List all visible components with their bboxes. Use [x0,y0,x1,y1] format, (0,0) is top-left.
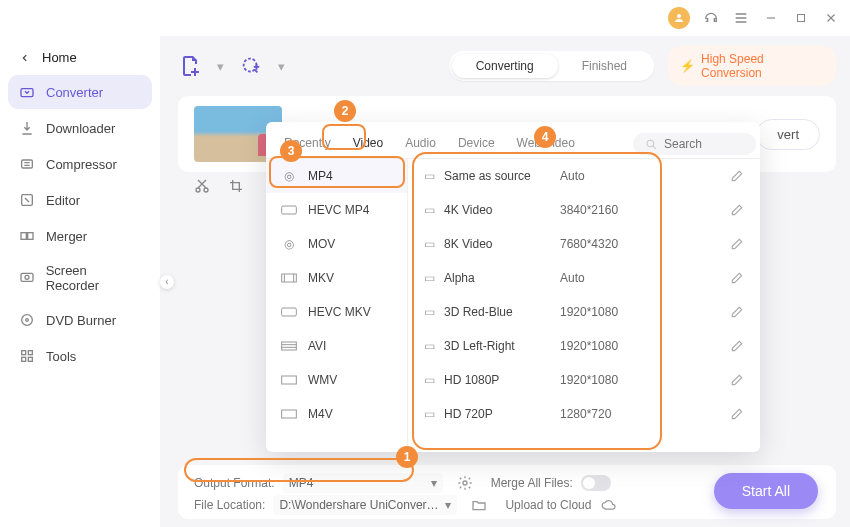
file-location-select[interactable]: D:\Wondershare UniConverter 1 ▾ [273,495,457,515]
sidebar-item-screenrecorder[interactable]: Screen Recorder [8,255,152,301]
format-list: ◎MP4 HEVC MP4 ◎MOV MKV HEVC MKV AVI WMV … [266,159,408,452]
edit-preset-icon[interactable] [730,373,744,387]
edit-preset-icon[interactable] [730,237,744,251]
add-file-button[interactable] [178,53,203,79]
preset-row[interactable]: ▭8K Video7680*4320 [408,227,760,261]
menu-icon[interactable] [732,9,750,27]
format-item-avi[interactable]: AVI [266,329,407,363]
format-label: M4V [308,407,333,421]
sidebar-item-compressor[interactable]: Compressor [8,147,152,181]
format-label: MKV [308,271,334,285]
preset-list: ▭Same as sourceAuto ▭4K Video3840*2160 ▭… [408,159,760,452]
file-location-value: D:\Wondershare UniConverter 1 [279,498,439,512]
sidebar-item-merger[interactable]: Merger [8,219,152,253]
settings-icon[interactable] [457,475,473,491]
crop-icon[interactable] [228,178,244,194]
format-item-mp4[interactable]: ◎MP4 [266,159,407,193]
preset-row[interactable]: ▭HD 720P1280*720 [408,397,760,431]
tab-video[interactable]: Video [349,130,387,158]
output-format-select[interactable]: MP4 ▾ [283,473,443,493]
svg-rect-14 [28,357,32,361]
sidebar-item-converter[interactable]: Converter [8,75,152,109]
format-item-mov[interactable]: ◎MOV [266,227,407,261]
search-input[interactable] [664,137,744,151]
user-avatar[interactable] [668,7,690,29]
trim-icon[interactable] [194,178,210,194]
folder-icon[interactable] [471,497,487,513]
format-search[interactable] [633,133,756,155]
edit-preset-icon[interactable] [730,407,744,421]
preset-row[interactable]: ▭3D Red-Blue1920*1080 [408,295,760,329]
svg-rect-12 [28,351,32,355]
video-icon: ▭ [424,203,444,217]
svg-point-19 [647,140,654,147]
film-icon [280,271,298,285]
format-item-wmv[interactable]: WMV [266,363,407,397]
svg-point-10 [26,319,29,322]
tab-converting[interactable]: Converting [452,54,558,78]
chevron-down-icon[interactable]: ▾ [217,59,224,74]
chevron-down-icon: ▾ [431,476,437,490]
tab-audio[interactable]: Audio [401,130,440,158]
high-speed-badge[interactable]: ⚡ High Speed Conversion [668,46,836,86]
back-home[interactable]: Home [8,42,152,73]
sidebar-item-label: Converter [46,85,103,100]
video-icon: ▭ [424,339,444,353]
convert-button[interactable]: vert [756,119,820,150]
format-label: HEVC MKV [308,305,371,319]
chevron-down-icon[interactable]: ▾ [278,59,285,74]
preset-res: Auto [560,271,730,285]
edit-preset-icon[interactable] [730,305,744,319]
format-item-hevcmkv[interactable]: HEVC MKV [266,295,407,329]
tab-device[interactable]: Device [454,130,499,158]
dvdburner-icon [18,311,36,329]
preset-name: 3D Left-Right [444,339,560,353]
edit-preset-icon[interactable] [730,169,744,183]
format-item-mkv[interactable]: MKV [266,261,407,295]
minimize-button[interactable] [762,9,780,27]
format-item-hevcmp4[interactable]: HEVC MP4 [266,193,407,227]
downloader-icon [18,119,36,137]
svg-rect-11 [22,351,26,355]
add-url-button[interactable] [238,53,263,79]
close-button[interactable] [822,9,840,27]
svg-rect-5 [21,233,26,240]
maximize-button[interactable] [792,9,810,27]
file-tools [194,178,244,194]
format-label: MOV [308,237,335,251]
chevron-down-icon: ▾ [445,498,451,512]
cloud-icon[interactable] [599,498,617,512]
preset-row[interactable]: ▭AlphaAuto [408,261,760,295]
merge-toggle[interactable] [581,475,611,491]
edit-preset-icon[interactable] [730,203,744,217]
annotation-2: 2 [334,100,356,122]
preset-row[interactable]: ▭HD 1080P1920*1080 [408,363,760,397]
preset-row[interactable]: ▭4K Video3840*2160 [408,193,760,227]
start-all-button[interactable]: Start All [714,473,818,509]
edit-preset-icon[interactable] [730,271,744,285]
compressor-icon [18,155,36,173]
topbar: ▾ ▾ Converting Finished ⚡ High Speed Con… [178,46,836,86]
format-item-m4v[interactable]: M4V [266,397,407,431]
sidebar-item-tools[interactable]: Tools [8,339,152,373]
video-icon: ▭ [424,169,444,183]
sidebar-item-downloader[interactable]: Downloader [8,111,152,145]
preset-res: 1280*720 [560,407,730,421]
video-icon: ▭ [424,271,444,285]
converter-icon [18,83,36,101]
sidebar-item-label: Editor [46,193,80,208]
sidebar-item-dvdburner[interactable]: DVD Burner [8,303,152,337]
sidebar-item-editor[interactable]: Editor [8,183,152,217]
tab-finished[interactable]: Finished [558,54,651,78]
hevc-icon [280,305,298,319]
edit-preset-icon[interactable] [730,339,744,353]
sidebar-toggle-handle[interactable]: ‹ [160,36,174,527]
svg-rect-20 [282,206,297,214]
upload-cloud-label: Upload to Cloud [505,498,591,512]
preset-res: Auto [560,169,730,183]
preset-name: 3D Red-Blue [444,305,560,319]
headset-icon[interactable] [702,9,720,27]
lightning-icon: ⚡ [680,59,695,73]
preset-row[interactable]: ▭Same as sourceAuto [408,159,760,193]
preset-row[interactable]: ▭3D Left-Right1920*1080 [408,329,760,363]
